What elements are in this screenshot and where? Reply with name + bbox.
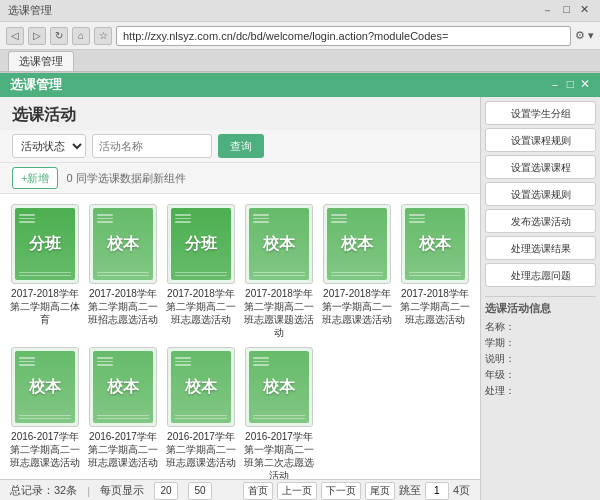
card-item[interactable]: 校本 2016-2017学年第二学期高二一班志愿课选活动 <box>10 347 80 479</box>
main-window: 选课管理 － □ ✕ 选课活动 活动状态 查询 +新增 0 同学选课数据刷新组件 <box>0 73 600 500</box>
page-jump-input[interactable] <box>425 482 449 500</box>
sidebar-info-row: 学期： <box>485 335 596 351</box>
card-type-label: 校本 <box>29 377 61 398</box>
card-item[interactable]: 校本 2016-2017学年第二学期高二一班志愿课选活动 <box>166 347 236 479</box>
filter-bar: 活动状态 查询 <box>0 130 480 163</box>
sidebar-action-btn[interactable]: 设置选课规则 <box>485 182 596 206</box>
card-type-label: 校本 <box>263 234 295 255</box>
pagination: 首页 上一页 下一页 尾页 跳至 4页 <box>243 482 470 500</box>
card-lines <box>97 214 113 223</box>
card-lines <box>19 357 35 366</box>
minimize-btn[interactable]: － <box>539 3 556 18</box>
card-item[interactable]: 校本 2016-2017学年第一学期高二一班第二次志愿选活动 <box>244 347 314 479</box>
browser-chrome: 选课管理 － □ ✕ ◁ ▷ ↻ ⌂ ☆ ⚙ ▾ 选课管理 <box>0 0 600 73</box>
page-title: 选课活动 <box>0 97 480 130</box>
search-button[interactable]: 查询 <box>218 134 264 158</box>
settings-icon[interactable]: ⚙ <box>575 29 585 42</box>
card-bottom-lines <box>93 415 153 420</box>
right-sidebar: 设置学生分组设置课程规则设置选课课程设置选课规则发布选课活动处理选课结果处理志愿… <box>480 97 600 500</box>
active-tab[interactable]: 选课管理 <box>8 51 74 71</box>
card-thumbnail: 校本 <box>89 204 157 284</box>
card-thumbnail: 校本 <box>245 347 313 427</box>
card-type-label: 分班 <box>29 234 61 255</box>
card-item[interactable]: 校本 2017-2018学年第一学期高二一班志愿课选活动 <box>322 204 392 339</box>
maximize-btn[interactable]: □ <box>560 3 573 18</box>
card-lines <box>175 357 191 366</box>
sidebar-action-btn[interactable]: 设置课程规则 <box>485 128 596 152</box>
page-size-20[interactable]: 20 <box>154 482 178 500</box>
sidebar-action-btn[interactable]: 处理选课结果 <box>485 236 596 260</box>
card-item[interactable]: 校本 2017-2018学年第二学期高二一班志愿课题选活动 <box>244 204 314 339</box>
card-title: 2017-2018学年第一学期高二一班志愿课选活动 <box>322 287 392 326</box>
card-title: 2017-2018学年第二学期高二一班招志愿选活动 <box>88 287 158 326</box>
card-type-label: 校本 <box>341 234 373 255</box>
card-type-label: 校本 <box>419 234 451 255</box>
card-item[interactable]: 分班 2017-2018学年第二学期高二一班志愿选活动 <box>166 204 236 339</box>
sidebar-info-row: 名称： <box>485 319 596 335</box>
card-lines <box>253 357 269 366</box>
sidebar-action-btn[interactable]: 发布选课活动 <box>485 209 596 233</box>
first-page-btn[interactable]: 首页 <box>243 482 273 500</box>
browser-title: 选课管理 <box>8 3 52 18</box>
win-maximize[interactable]: □ <box>567 77 574 94</box>
tab-bar: 选课管理 <box>0 50 600 72</box>
sidebar-action-btn[interactable]: 设置选课课程 <box>485 155 596 179</box>
card-thumbnail: 校本 <box>323 204 391 284</box>
card-title: 2017-2018学年第二学期高二一班志愿课题选活动 <box>244 287 314 339</box>
card-type-label: 校本 <box>263 377 295 398</box>
card-lines <box>253 214 269 223</box>
url-bar[interactable] <box>116 26 571 46</box>
home-button[interactable]: ⌂ <box>72 27 90 45</box>
card-item[interactable]: 分班 2017-2018学年第二学期高二体育 <box>10 204 80 339</box>
card-title: 2016-2017学年第二学期高二一班志愿课选活动 <box>88 430 158 469</box>
card-thumbnail: 分班 <box>167 204 235 284</box>
win-content: 选课活动 活动状态 查询 +新增 0 同学选课数据刷新组件 分班 <box>0 97 600 500</box>
card-item[interactable]: 校本 2016-2017学年第二学期高二一班志愿课选活动 <box>88 347 158 479</box>
card-title: 2016-2017学年第二学期高二一班志愿课选活动 <box>10 430 80 469</box>
window-controls: － □ ✕ <box>539 3 592 18</box>
last-page-btn[interactable]: 尾页 <box>365 482 395 500</box>
card-type-label: 校本 <box>185 377 217 398</box>
sidebar-action-btn[interactable]: 设置学生分组 <box>485 101 596 125</box>
sidebar-info-row: 处理： <box>485 383 596 399</box>
close-btn[interactable]: ✕ <box>577 3 592 18</box>
card-item[interactable]: 校本 2017-2018学年第二学期高二一班志愿选活动 <box>400 204 470 339</box>
sidebar-info-row: 说明： <box>485 351 596 367</box>
card-title: 2016-2017学年第二学期高二一班志愿课选活动 <box>166 430 236 469</box>
forward-button[interactable]: ▷ <box>28 27 46 45</box>
menu-icon[interactable]: ▾ <box>588 29 594 42</box>
card-item[interactable]: 校本 2017-2018学年第二学期高二一班招志愿选活动 <box>88 204 158 339</box>
total-count: 总记录：32条 <box>10 483 77 498</box>
add-button[interactable]: +新增 <box>12 167 58 189</box>
card-title: 2017-2018学年第二学期高二一班志愿选活动 <box>166 287 236 326</box>
card-bottom-lines <box>171 415 231 420</box>
win-close[interactable]: ✕ <box>580 77 590 94</box>
prev-page-btn[interactable]: 上一页 <box>277 482 317 500</box>
page-size-label: 每页显示 <box>100 483 144 498</box>
next-page-btn[interactable]: 下一页 <box>321 482 361 500</box>
refresh-button[interactable]: ↻ <box>50 27 68 45</box>
sidebar-info-row: 年级： <box>485 367 596 383</box>
card-thumbnail: 校本 <box>11 347 79 427</box>
win-minimize[interactable]: － <box>549 77 561 94</box>
card-title: 2017-2018学年第二学期高二一班志愿选活动 <box>400 287 470 326</box>
card-bottom-lines <box>249 415 309 420</box>
card-type-label: 分班 <box>185 234 217 255</box>
card-bottom-lines <box>15 272 75 277</box>
sidebar-action-btn[interactable]: 处理志愿问题 <box>485 263 596 287</box>
card-lines <box>409 214 425 223</box>
card-bottom-lines <box>93 272 153 277</box>
browser-toolbar: ◁ ▷ ↻ ⌂ ☆ ⚙ ▾ <box>0 22 600 50</box>
browser-titlebar: 选课管理 － □ ✕ <box>0 0 600 22</box>
card-lines <box>97 357 113 366</box>
star-button[interactable]: ☆ <box>94 27 112 45</box>
win-title: 选课管理 <box>10 76 62 94</box>
card-thumbnail: 校本 <box>89 347 157 427</box>
total-pages: 4页 <box>453 483 470 498</box>
activity-status-select[interactable]: 活动状态 <box>12 134 86 158</box>
activity-name-input[interactable] <box>92 134 212 158</box>
page-size-50[interactable]: 50 <box>188 482 212 500</box>
back-button[interactable]: ◁ <box>6 27 24 45</box>
action-bar: +新增 0 同学选课数据刷新组件 <box>0 163 480 194</box>
card-lines <box>331 214 347 223</box>
